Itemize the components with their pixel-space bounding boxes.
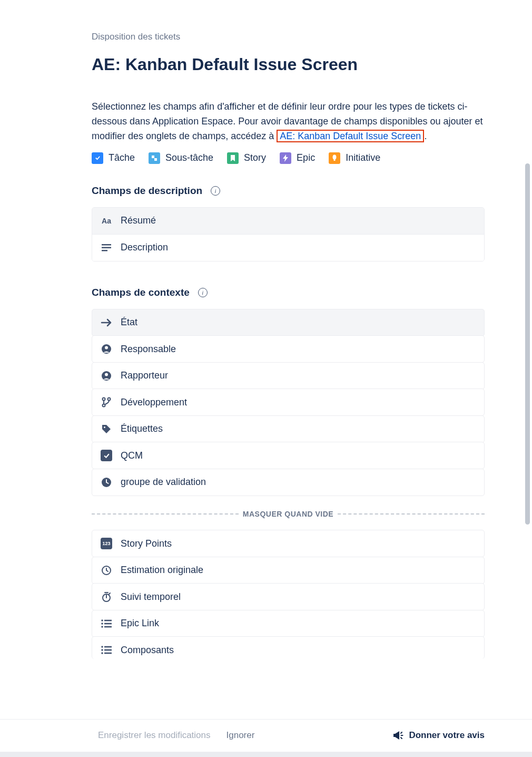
subtask-icon	[149, 152, 160, 164]
issue-type-list: Tâche Sous-tâche Story Epic Initiative	[92, 152, 485, 164]
issue-type-initiative: Initiative	[329, 152, 380, 164]
field-label: groupe de validation	[121, 477, 206, 488]
svg-point-22	[101, 626, 103, 628]
branch-icon	[101, 396, 112, 408]
field-components[interactable]: Composants	[92, 636, 485, 659]
field-validation-group[interactable]: groupe de validation	[92, 469, 485, 496]
context-section-header: Champs de contexte i	[92, 287, 485, 298]
clock-outline-icon	[101, 565, 112, 576]
info-icon[interactable]: i	[198, 288, 208, 297]
field-label: Composants	[121, 645, 174, 656]
field-status[interactable]: État	[92, 309, 485, 336]
highlight-annotation: AE: Kanban Default Issue Screen	[277, 130, 424, 142]
field-original-estimate[interactable]: Estimation originale	[92, 557, 485, 584]
svg-point-26	[101, 649, 103, 651]
field-qcm[interactable]: QCM	[92, 442, 485, 469]
checkbox-icon	[101, 450, 112, 461]
screen-config-link[interactable]: AE: Kanban Default Issue Screen	[280, 131, 421, 141]
svg-rect-27	[104, 649, 112, 651]
info-icon[interactable]: i	[211, 186, 220, 196]
field-time-tracking[interactable]: Suivi temporel	[92, 583, 485, 610]
list-icon	[101, 644, 112, 656]
field-description[interactable]: Description	[92, 234, 484, 261]
field-reporter[interactable]: Rapporteur	[92, 362, 485, 390]
field-label: Description	[121, 242, 168, 253]
svg-rect-23	[104, 626, 112, 627]
hide-when-empty-divider: MASQUER QUAND VIDE	[92, 510, 485, 518]
list-icon	[101, 618, 112, 629]
svg-point-28	[101, 652, 103, 654]
footer-bar: Enregistrer les modifications Ignorer Do…	[0, 719, 532, 751]
text-icon: Aa	[101, 215, 112, 227]
svg-point-14	[104, 426, 105, 428]
issue-type-label: Epic	[297, 152, 315, 163]
svg-point-20	[101, 623, 103, 625]
hide-when-empty-group: 123 Story Points Estimation originale Su…	[92, 530, 485, 659]
svg-rect-6	[102, 250, 107, 251]
story-icon	[227, 152, 239, 164]
svg-rect-25	[104, 646, 112, 648]
svg-rect-1	[154, 158, 157, 161]
field-label: Rapporteur	[121, 370, 168, 381]
field-story-points[interactable]: 123 Story Points	[92, 530, 485, 557]
bottom-shadow	[0, 752, 532, 757]
issue-type-label: Initiative	[346, 152, 380, 163]
issue-type-subtask: Sous-tâche	[149, 152, 213, 164]
field-label: Suivi temporel	[121, 591, 181, 603]
field-label: Résumé	[121, 215, 156, 226]
divider-label: MASQUER QUAND VIDE	[243, 510, 333, 518]
field-label: Story Points	[121, 538, 172, 549]
issue-type-label: Story	[244, 152, 266, 163]
svg-point-18	[101, 619, 103, 622]
tag-icon	[101, 423, 112, 435]
person-icon	[101, 343, 112, 355]
svg-point-8	[105, 346, 108, 350]
task-icon	[92, 152, 103, 164]
stopwatch-icon	[101, 591, 112, 603]
issue-type-epic: Epic	[280, 152, 315, 164]
field-assignee[interactable]: Responsable	[92, 335, 485, 363]
feedback-button[interactable]: Donner votre avis	[392, 730, 485, 741]
svg-rect-29	[104, 653, 112, 654]
epic-icon	[280, 152, 291, 164]
field-epic-link[interactable]: Epic Link	[92, 610, 485, 637]
context-fields-group: État Responsable Rapporteur Développemen…	[92, 309, 485, 496]
field-summary[interactable]: Aa Résumé	[92, 208, 484, 234]
megaphone-icon	[392, 730, 403, 741]
intro-paragraph: Sélectionnez les champs afin d'afficher …	[92, 100, 485, 144]
section-title: Champs de contexte	[92, 287, 190, 298]
svg-point-12	[108, 398, 111, 401]
section-title: Champs de description	[92, 185, 202, 197]
issue-type-task: Tâche	[92, 152, 135, 164]
feedback-label: Donner votre avis	[409, 730, 485, 741]
field-label: Développement	[121, 397, 187, 408]
save-button[interactable]: Enregistrer les modifications	[98, 730, 211, 741]
clock-icon	[101, 477, 112, 488]
svg-point-2	[333, 154, 337, 159]
number-icon: 123	[101, 538, 112, 549]
svg-rect-5	[102, 247, 111, 248]
description-fields-group: Aa Résumé Description	[92, 207, 485, 261]
field-labels[interactable]: Étiquettes	[92, 415, 485, 443]
svg-point-13	[103, 404, 105, 407]
scrollbar[interactable]	[525, 163, 530, 525]
svg-rect-19	[104, 619, 112, 621]
svg-rect-21	[104, 623, 112, 624]
field-development[interactable]: Développement	[92, 389, 485, 416]
page-title: AE: Kanban Default Issue Screen	[92, 55, 485, 74]
issue-type-story: Story	[227, 152, 266, 164]
issue-type-label: Tâche	[109, 152, 135, 163]
ignore-button[interactable]: Ignorer	[226, 730, 255, 741]
issue-type-label: Sous-tâche	[165, 152, 213, 163]
field-label: Epic Link	[121, 618, 159, 629]
paragraph-icon	[101, 242, 112, 254]
field-label: QCM	[121, 450, 143, 461]
person-icon	[101, 370, 112, 382]
svg-point-10	[105, 373, 108, 376]
description-section-header: Champs de description i	[92, 185, 485, 197]
svg-point-11	[103, 398, 105, 401]
field-label: Estimation originale	[121, 565, 203, 576]
breadcrumb[interactable]: Disposition des tickets	[92, 32, 485, 42]
intro-text-suffix: .	[424, 131, 427, 141]
svg-rect-0	[152, 156, 154, 158]
